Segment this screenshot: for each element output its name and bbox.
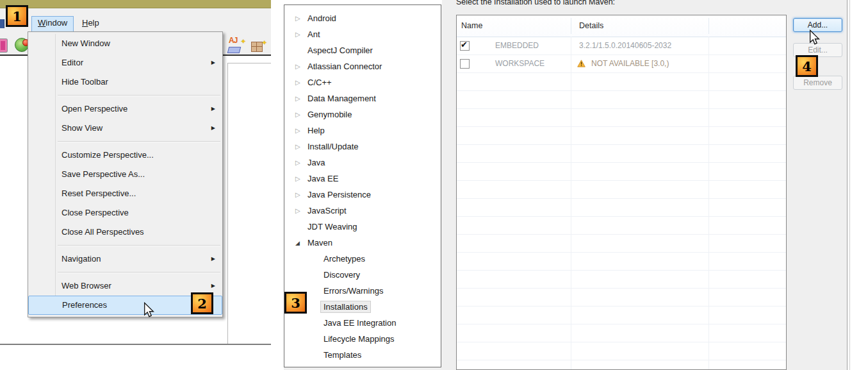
installation-row-workspace[interactable]: WORKSPACENOT AVAILABLE [3.0,) bbox=[457, 55, 786, 73]
column-header-name[interactable]: Name bbox=[461, 15, 482, 37]
column-header-details[interactable]: Details bbox=[579, 15, 603, 37]
tree-collapsed-icon[interactable]: ▷ bbox=[295, 95, 307, 102]
empty-table-row[interactable] bbox=[457, 271, 786, 289]
installation-row-embedded[interactable]: ✔EMBEDDED3.2.1/1.5.0.20140605-2032 bbox=[457, 37, 786, 55]
menubar-item-help[interactable]: Help bbox=[76, 16, 105, 31]
menu-item-editor[interactable]: Editor▶ bbox=[28, 53, 222, 72]
submenu-arrow-icon: ▶ bbox=[211, 249, 215, 269]
checkbox-checked[interactable]: ✔ bbox=[460, 41, 470, 51]
new-java-working-set-icon[interactable]: ✦ bbox=[251, 38, 266, 54]
menu-item-hide-toolbar[interactable]: Hide Toolbar bbox=[28, 72, 222, 92]
step-badge-4: 4 bbox=[796, 55, 818, 77]
tree-item-install-update[interactable]: ▷Install/Update bbox=[284, 139, 441, 155]
empty-table-row[interactable] bbox=[457, 109, 786, 127]
tree-item-installations[interactable]: Installations bbox=[284, 299, 441, 315]
tree-item-label: Ant bbox=[307, 29, 320, 39]
menu-item-close-perspective[interactable]: Close Perspective bbox=[28, 203, 222, 223]
empty-table-row[interactable] bbox=[457, 360, 786, 370]
empty-table-row[interactable] bbox=[457, 342, 786, 360]
menu-item-label: Customize Perspective... bbox=[61, 150, 154, 160]
menu-item-reset-perspective[interactable]: Reset Perspective... bbox=[28, 184, 222, 203]
empty-table-row[interactable] bbox=[457, 127, 786, 145]
menubar-item-window[interactable]: Window bbox=[31, 16, 74, 32]
tree-item-ant[interactable]: ▷Ant bbox=[284, 26, 441, 42]
tree-item-java[interactable]: ▷Java bbox=[284, 155, 441, 171]
tree-item-java-ee-integration[interactable]: Java EE Integration bbox=[284, 315, 441, 331]
empty-table-row[interactable] bbox=[457, 145, 786, 163]
checkbox-unchecked[interactable] bbox=[460, 59, 470, 69]
empty-table-row[interactable] bbox=[457, 73, 786, 91]
preferences-tree: ▷Android▷AntAspectJ Compiler▷Atlassian C… bbox=[284, 4, 441, 367]
tree-collapsed-icon[interactable]: ▷ bbox=[295, 159, 307, 166]
empty-table-row[interactable] bbox=[457, 199, 786, 217]
menu-item-navigation[interactable]: Navigation▶ bbox=[28, 249, 222, 269]
menu-item-label: Hide Toolbar bbox=[61, 77, 108, 87]
window-titlebar bbox=[0, 0, 271, 8]
new-aspectj-element-icon[interactable]: AJ ✦ bbox=[228, 37, 245, 55]
submenu-arrow-icon: ▶ bbox=[211, 53, 215, 72]
step-badge-2: 2 bbox=[191, 292, 213, 314]
tree-item-archetypes[interactable]: Archetypes bbox=[284, 251, 441, 267]
tree-item-genymobile[interactable]: ▷Genymobile bbox=[284, 106, 441, 122]
empty-table-row[interactable] bbox=[457, 91, 786, 109]
empty-table-row[interactable] bbox=[457, 289, 786, 307]
tree-item-maven[interactable]: ◢Maven bbox=[284, 235, 441, 251]
editor-area-left-border bbox=[227, 63, 228, 345]
tree-item-label: JavaScript bbox=[307, 206, 347, 215]
tree-collapsed-icon[interactable]: ▷ bbox=[295, 207, 307, 214]
menu-item-open-perspective[interactable]: Open Perspective▶ bbox=[28, 99, 222, 119]
checkmark-icon: ✔ bbox=[461, 40, 468, 49]
tree-item-c-c-[interactable]: ▷C/C++ bbox=[284, 74, 441, 90]
menu-item-label: Preferences bbox=[62, 300, 107, 310]
menu-item-customize-perspective[interactable]: Customize Perspective... bbox=[28, 146, 222, 165]
installation-name: WORKSPACE bbox=[495, 55, 545, 72]
synchronize-icon[interactable] bbox=[15, 38, 29, 52]
tree-item-jdt-weaving[interactable]: JDT Weaving bbox=[284, 219, 441, 235]
tree-item-android[interactable]: ▷Android bbox=[284, 10, 441, 26]
tree-item-label: AspectJ Compiler bbox=[307, 46, 373, 55]
tree-item-label: Archetypes bbox=[323, 254, 365, 264]
empty-table-row[interactable] bbox=[457, 253, 786, 271]
tree-item-discovery[interactable]: Discovery bbox=[284, 267, 441, 283]
menu-item-show-view[interactable]: Show View▶ bbox=[28, 119, 222, 138]
empty-table-row[interactable] bbox=[457, 181, 786, 199]
tree-collapsed-icon[interactable]: ▷ bbox=[295, 143, 307, 150]
tree-item-user-interface[interactable]: User Interface bbox=[284, 363, 441, 367]
menu-item-new-window[interactable]: New Window bbox=[28, 34, 222, 53]
installations-table[interactable]: NameDetails ✔EMBEDDED3.2.1/1.5.0.2014060… bbox=[456, 15, 787, 370]
tree-item-lifecycle-mappings[interactable]: Lifecycle Mappings bbox=[284, 331, 441, 347]
menu-item-save-perspective-as[interactable]: Save Perspective As... bbox=[28, 165, 222, 184]
tree-item-data-management[interactable]: ▷Data Management bbox=[284, 90, 441, 106]
tree-collapsed-icon[interactable]: ▷ bbox=[295, 79, 307, 86]
tree-item-javascript[interactable]: ▷JavaScript bbox=[284, 203, 441, 219]
submenu-arrow-icon: ▶ bbox=[211, 99, 215, 119]
installations-page-label: Select the Installation used to launch M… bbox=[456, 0, 615, 6]
tree-item-java-ee[interactable]: ▷Java EE bbox=[284, 171, 441, 187]
installation-details: NOT AVAILABLE [3.0,) bbox=[591, 55, 669, 72]
tree-collapsed-icon[interactable]: ▷ bbox=[295, 111, 307, 118]
menu-item-label: Close All Perspectives bbox=[61, 227, 144, 237]
tree-collapsed-icon[interactable]: ▷ bbox=[295, 127, 307, 134]
tree-item-help[interactable]: ▷Help bbox=[284, 122, 441, 139]
tree-collapsed-icon[interactable]: ▷ bbox=[295, 31, 307, 38]
menu-item-label: Web Browser bbox=[61, 281, 111, 290]
tree-collapsed-icon[interactable]: ▷ bbox=[295, 15, 307, 22]
empty-table-row[interactable] bbox=[457, 324, 786, 342]
menu-item-close-all-perspectives[interactable]: Close All Perspectives bbox=[28, 223, 222, 242]
tree-item-aspectj-compiler[interactable]: AspectJ Compiler bbox=[284, 42, 441, 58]
tree-item-atlassian-connector[interactable]: ▷Atlassian Connector bbox=[284, 58, 441, 74]
empty-table-row[interactable] bbox=[457, 235, 786, 253]
tree-collapsed-icon[interactable]: ▷ bbox=[295, 175, 307, 182]
empty-table-row[interactable] bbox=[457, 217, 786, 235]
tree-item-label: Lifecycle Mappings bbox=[323, 334, 395, 344]
breakpoints-icon[interactable] bbox=[0, 38, 8, 53]
tree-collapsed-icon[interactable]: ▷ bbox=[295, 63, 307, 70]
menu-item-label: Show View bbox=[61, 123, 102, 133]
tree-item-templates[interactable]: Templates bbox=[284, 347, 441, 363]
tree-expanded-icon[interactable]: ◢ bbox=[295, 240, 307, 246]
tree-item-java-persistence[interactable]: ▷Java Persistence bbox=[284, 187, 441, 203]
empty-table-row[interactable] bbox=[457, 307, 786, 324]
tree-item-errors-warnings[interactable]: Errors/Warnings bbox=[284, 283, 441, 299]
tree-collapsed-icon[interactable]: ▷ bbox=[295, 191, 307, 198]
empty-table-row[interactable] bbox=[457, 163, 786, 181]
